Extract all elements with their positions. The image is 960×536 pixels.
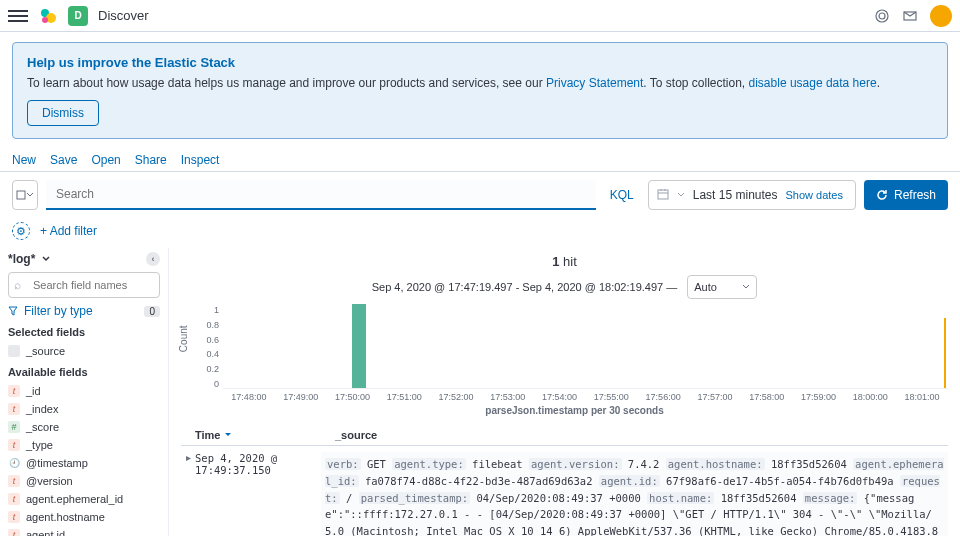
save-link[interactable]: Save: [50, 153, 77, 167]
fields-sidebar: *log* ‹ ⌕ Filter by type 0 Selected fiel…: [0, 248, 168, 536]
field-item[interactable]: t_index: [8, 400, 160, 418]
filter-icon: [8, 306, 18, 316]
timerange-text: Sep 4, 2020 @ 17:47:19.497 - Sep 4, 2020…: [372, 281, 678, 293]
x-axis-label: parseJson.timestamp per 30 seconds: [201, 405, 948, 416]
th-source[interactable]: _source: [335, 429, 377, 441]
telemetry-banner: Help us improve the Elastic Stack To lea…: [12, 42, 948, 139]
field-item[interactable]: t_type: [8, 436, 160, 454]
chevron-down-icon: [742, 283, 750, 291]
svg-point-4: [879, 13, 885, 19]
help-icon[interactable]: [874, 8, 890, 24]
field-item[interactable]: tagent.ephemeral_id: [8, 490, 160, 508]
field-item[interactable]: t_id: [8, 382, 160, 400]
calendar-icon: [657, 188, 669, 203]
avatar[interactable]: [930, 5, 952, 27]
breadcrumb: Discover: [98, 8, 149, 23]
interval-select[interactable]: Auto: [687, 275, 757, 299]
svg-rect-6: [17, 191, 25, 199]
banner-text: To learn about how usage data helps us m…: [27, 76, 933, 90]
inspect-link[interactable]: Inspect: [181, 153, 220, 167]
add-filter-link[interactable]: + Add filter: [40, 224, 97, 238]
field-item[interactable]: #_score: [8, 418, 160, 436]
td-time: Sep 4, 2020 @ 17:49:37.150: [195, 452, 321, 536]
expand-row-toggle[interactable]: ▸: [181, 452, 195, 536]
menu-toggle[interactable]: [8, 6, 28, 26]
date-picker[interactable]: Last 15 minutes Show dates: [648, 180, 856, 210]
histogram-chart[interactable]: Count 10.80.60.40.20 17:48:0017:49:0017:…: [201, 305, 948, 415]
field-item[interactable]: tagent.id: [8, 526, 160, 536]
chevron-down-icon: [41, 254, 51, 264]
privacy-link[interactable]: Privacy Statement: [546, 76, 643, 90]
td-source: verb: GET agent.type: filebeat agent.ver…: [321, 452, 948, 536]
y-axis-label: Count: [178, 325, 189, 352]
date-range-text: Last 15 minutes: [693, 188, 778, 202]
show-dates-link[interactable]: Show dates: [785, 189, 842, 201]
dismiss-button[interactable]: Dismiss: [27, 100, 99, 126]
selected-fields-label: Selected fields: [8, 326, 160, 338]
field-item[interactable]: tagent.hostname: [8, 508, 160, 526]
search-input[interactable]: [46, 180, 596, 210]
chevron-down-icon: [677, 191, 685, 199]
filter-settings-icon[interactable]: ⚙: [12, 222, 30, 240]
search-icon: ⌕: [14, 278, 21, 292]
results-table: Time _source ▸ Sep 4, 2020 @ 17:49:37.15…: [181, 425, 948, 536]
svg-point-2: [42, 17, 48, 23]
filter-by-type[interactable]: Filter by type 0: [8, 304, 160, 318]
banner-title: Help us improve the Elastic Stack: [27, 55, 933, 70]
refresh-icon: [876, 189, 888, 201]
available-fields-label: Available fields: [8, 366, 160, 378]
svg-rect-7: [658, 190, 668, 199]
field-item[interactable]: t@version: [8, 472, 160, 490]
field-item[interactable]: 🕘@timestamp: [8, 454, 160, 472]
action-toolbar: New Save Open Share Inspect: [0, 149, 960, 172]
mail-icon[interactable]: [902, 8, 918, 24]
refresh-button[interactable]: Refresh: [864, 180, 948, 210]
new-link[interactable]: New: [12, 153, 36, 167]
hits-count: 1 hit: [181, 254, 948, 269]
index-pattern-selector[interactable]: *log* ‹: [8, 252, 160, 266]
field-item[interactable]: _source: [8, 342, 160, 360]
th-time[interactable]: Time: [195, 429, 335, 441]
field-search-input[interactable]: [8, 272, 160, 298]
app-badge: D: [68, 6, 88, 26]
table-row: ▸ Sep 4, 2020 @ 17:49:37.150 verb: GET a…: [181, 446, 948, 536]
sort-desc-icon: [224, 431, 232, 439]
svg-point-3: [876, 10, 888, 22]
elastic-logo: [38, 6, 58, 26]
filter-count-badge: 0: [144, 306, 160, 317]
collapse-sidebar-icon[interactable]: ‹: [146, 252, 160, 266]
saved-query-dropdown[interactable]: [12, 180, 38, 210]
disable-link[interactable]: disable usage data here: [749, 76, 877, 90]
share-link[interactable]: Share: [135, 153, 167, 167]
kql-toggle[interactable]: KQL: [604, 188, 640, 202]
open-link[interactable]: Open: [91, 153, 120, 167]
